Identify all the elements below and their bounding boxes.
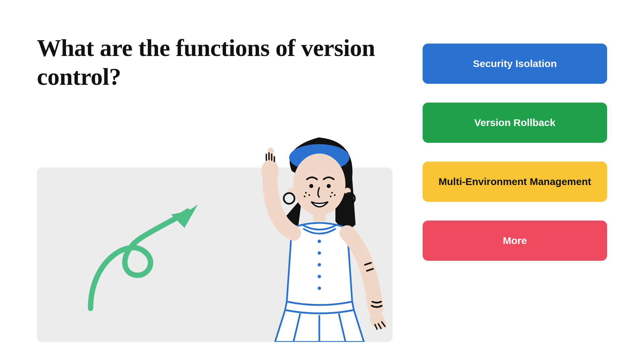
svg-point-13 (334, 194, 336, 196)
card-label: Version Rollback (474, 117, 555, 129)
left-column: What are the functions of version contro… (37, 34, 392, 342)
svg-point-10 (309, 194, 310, 196)
slide-title: What are the functions of version contro… (37, 34, 392, 92)
svg-point-9 (305, 192, 307, 194)
svg-point-12 (331, 192, 333, 194)
illustration (37, 164, 392, 342)
svg-point-19 (318, 275, 321, 278)
svg-marker-0 (171, 204, 198, 228)
svg-point-8 (327, 184, 331, 188)
svg-point-14 (330, 196, 332, 197)
svg-rect-15 (313, 211, 325, 221)
card-version-rollback[interactable]: Version Rollback (423, 103, 607, 143)
card-label: Multi-Environment Management (438, 176, 591, 188)
cards-column: Security Isolation Version Rollback Mult… (423, 34, 607, 342)
card-more[interactable]: More (423, 221, 607, 261)
curly-arrow-icon (77, 194, 205, 315)
svg-point-11 (304, 196, 306, 197)
slide: What are the functions of version contro… (0, 0, 644, 362)
svg-point-5 (284, 193, 294, 204)
svg-point-17 (318, 251, 321, 255)
card-label: Security Isolation (473, 58, 557, 70)
card-security-isolation[interactable]: Security Isolation (423, 44, 607, 84)
svg-point-18 (318, 263, 321, 266)
card-multi-environment-management[interactable]: Multi-Environment Management (423, 162, 607, 202)
svg-point-20 (318, 287, 321, 290)
card-label: More (503, 235, 527, 247)
svg-point-7 (309, 184, 313, 188)
svg-point-16 (318, 240, 321, 243)
pointing-woman-icon (231, 121, 406, 342)
